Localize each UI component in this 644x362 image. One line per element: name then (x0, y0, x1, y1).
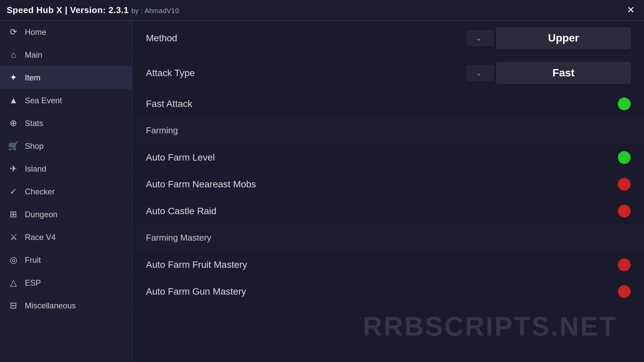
sidebar-label-item: Item (25, 73, 41, 82)
auto-farm-level-control (618, 151, 631, 164)
fast-attack-control (618, 98, 631, 110)
auto-farm-gun-mastery-toggle[interactable] (618, 285, 631, 298)
sidebar-item-race-v4[interactable]: ⚔ Race V4 (0, 226, 132, 249)
auto-farm-level-row: Auto Farm Level (132, 144, 644, 171)
watermark: RRBSCRIPTS.NET (363, 311, 617, 342)
auto-farm-level-toggle[interactable] (618, 151, 631, 164)
method-dropdown[interactable]: ⌄ (467, 31, 494, 46)
home-icon: ⟳ (8, 27, 19, 37)
attack-type-value: Fast (496, 62, 631, 83)
auto-farm-mobs-label: Auto Farm Neareast Mobs (146, 179, 256, 190)
fast-attack-row: Fast Attack (132, 90, 644, 117)
item-icon: ✦ (8, 72, 19, 83)
auto-farm-mobs-row: Auto Farm Neareast Mobs (132, 171, 644, 198)
window-title: Speed Hub X | Version: 2.3.1by : AhmadV1… (7, 5, 179, 15)
sidebar-item-esp[interactable]: △ ESP (0, 272, 132, 294)
sidebar-label-esp: ESP (25, 278, 41, 288)
sidebar-item-stats[interactable]: ⊕ Stats (0, 112, 132, 135)
attack-type-dropdown[interactable]: ⌄ (467, 65, 494, 81)
sidebar-label-sea-event: Sea Event (25, 96, 62, 105)
auto-farm-mobs-control (618, 178, 631, 191)
sidebar-item-sea-event[interactable]: ▲ Sea Event (0, 89, 132, 112)
race-icon: ⚔ (8, 232, 19, 242)
farming-mastery-section-row: Farming Mastery (132, 225, 644, 251)
auto-farm-fruit-mastery-toggle[interactable] (618, 258, 631, 271)
sidebar-item-main[interactable]: ⌂ Main (0, 44, 132, 66)
dungeon-icon: ⊞ (8, 209, 19, 220)
sidebar-label-checker: Checker (25, 187, 55, 196)
sidebar-item-island[interactable]: ✈ Island (0, 158, 132, 180)
island-icon: ✈ (8, 164, 19, 174)
sea-event-icon: ▲ (8, 95, 19, 106)
sidebar-item-dungeon[interactable]: ⊞ Dungeon (0, 203, 132, 226)
main-window: Speed Hub X | Version: 2.3.1by : AhmadV1… (0, 0, 644, 362)
auto-castle-raid-control (618, 205, 631, 218)
auto-farm-gun-mastery-label: Auto Farm Gun Mastery (146, 286, 246, 297)
method-control: ⌄ Upper (467, 27, 631, 49)
sidebar-item-home[interactable]: ⟳ Home (0, 21, 132, 44)
esp-icon: △ (8, 278, 19, 288)
sidebar-item-fruit[interactable]: ◎ Fruit (0, 249, 132, 272)
farming-mastery-section-label: Farming Mastery (146, 233, 211, 243)
attack-type-control: ⌄ Fast (467, 62, 631, 83)
main-icon: ⌂ (8, 50, 19, 60)
misc-icon: ⊟ (8, 300, 19, 311)
auto-farm-fruit-mastery-label: Auto Farm Fruit Mastery (146, 259, 247, 270)
sidebar-label-stats: Stats (25, 119, 43, 128)
farming-section-row: Farming (132, 117, 644, 144)
sidebar-label-shop: Shop (25, 141, 44, 151)
auto-castle-raid-label: Auto Castle Raid (146, 206, 216, 217)
auto-farm-fruit-mastery-control (618, 258, 631, 271)
content-area: ⟳ Home ⌂ Main ✦ Item ▲ Sea Event ⊕ Stats… (0, 21, 644, 362)
sidebar-label-fruit: Fruit (25, 255, 41, 265)
attack-type-row: Attack Type ⌄ Fast (132, 56, 644, 90)
auto-castle-raid-row: Auto Castle Raid (132, 198, 644, 225)
farming-section-label: Farming (146, 125, 178, 136)
sidebar-item-checker[interactable]: ✓ Checker (0, 180, 132, 203)
sidebar-label-miscellaneous: Miscellaneous (25, 301, 76, 310)
method-label: Method (146, 33, 177, 44)
stats-icon: ⊕ (8, 118, 19, 128)
method-value: Upper (496, 27, 631, 49)
settings-list: Method ⌄ Upper Attack Type ⌄ (132, 21, 644, 305)
auto-farm-gun-mastery-control (618, 285, 631, 298)
main-panel: Method ⌄ Upper Attack Type ⌄ (132, 21, 644, 362)
auto-farm-level-label: Auto Farm Level (146, 152, 215, 163)
sidebar-label-home: Home (25, 27, 46, 37)
fruit-icon: ◎ (8, 255, 19, 265)
sidebar-label-main: Main (25, 50, 42, 60)
sidebar-item-shop[interactable]: 🛒 Shop (0, 135, 132, 158)
title-bar: Speed Hub X | Version: 2.3.1by : AhmadV1… (0, 0, 644, 21)
auto-farm-mobs-toggle[interactable] (618, 178, 631, 191)
title-main: Speed Hub X | Version: 2.3.1 (7, 5, 129, 15)
method-row: Method ⌄ Upper (132, 21, 644, 56)
fast-attack-toggle[interactable] (618, 98, 631, 110)
close-button[interactable]: ✕ (624, 4, 637, 16)
checker-icon: ✓ (8, 186, 19, 197)
sidebar: ⟳ Home ⌂ Main ✦ Item ▲ Sea Event ⊕ Stats… (0, 21, 132, 362)
fast-attack-label: Fast Attack (146, 99, 193, 109)
sidebar-item-miscellaneous[interactable]: ⊟ Miscellaneous (0, 294, 132, 317)
method-chevron-icon: ⌄ (476, 34, 482, 42)
auto-farm-gun-mastery-row: Auto Farm Gun Mastery (132, 278, 644, 305)
sidebar-label-island: Island (25, 164, 46, 174)
attack-type-label: Attack Type (146, 68, 195, 78)
attack-type-chevron-icon: ⌄ (476, 69, 482, 77)
sidebar-label-race-v4: Race V4 (25, 233, 56, 242)
title-author: by : AhmadV10 (131, 7, 179, 14)
sidebar-item-item[interactable]: ✦ Item (0, 66, 132, 89)
shop-icon: 🛒 (8, 141, 19, 151)
auto-castle-raid-toggle[interactable] (618, 205, 631, 218)
sidebar-label-dungeon: Dungeon (25, 210, 57, 219)
auto-farm-fruit-mastery-row: Auto Farm Fruit Mastery (132, 251, 644, 278)
